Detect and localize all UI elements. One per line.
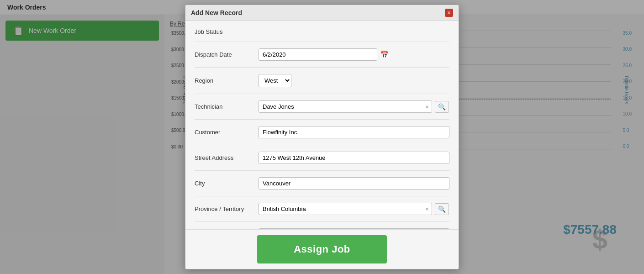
technician-label: Technician — [195, 103, 259, 110]
region-select[interactable]: West East North South — [259, 74, 291, 87]
customer-input[interactable] — [259, 126, 449, 138]
customer-row: Customer — [195, 126, 449, 145]
region-row: Region West East North South — [195, 74, 449, 94]
region-label: Region — [195, 77, 259, 84]
province-label: Province / Territory — [195, 206, 259, 212]
modal-title: Add New Record — [191, 9, 242, 16]
modal-body: Job Status Dispatch Date 📅 Region West — [185, 21, 459, 229]
job-status-label: Job Status — [195, 28, 259, 35]
technician-control: × 🔍 — [259, 100, 449, 113]
add-new-record-modal: Add New Record × Job Status Dispatch Dat… — [185, 5, 459, 269]
modal-close-button[interactable]: × — [445, 9, 453, 17]
city-control — [259, 177, 449, 190]
city-label: City — [195, 180, 259, 187]
calendar-icon[interactable]: 📅 — [380, 50, 389, 59]
customer-control — [259, 126, 449, 138]
city-input[interactable] — [259, 177, 449, 190]
province-clear-button[interactable]: × — [422, 205, 432, 214]
province-row: Province / Territory × 🔍 — [195, 203, 449, 222]
province-input-wrapper: × — [259, 203, 432, 215]
modal-overlay: Add New Record × Job Status Dispatch Dat… — [0, 0, 644, 274]
region-control: West East North South — [259, 74, 449, 87]
modal-footer: Assign Job — [185, 229, 459, 269]
province-search-button[interactable]: 🔍 — [435, 203, 449, 215]
technician-search-button[interactable]: 🔍 — [435, 101, 449, 113]
street-address-input[interactable] — [259, 152, 449, 164]
customer-label: Customer — [195, 129, 259, 136]
province-input[interactable] — [259, 203, 422, 215]
street-address-row: Street Address — [195, 152, 449, 171]
city-row: City — [195, 177, 449, 196]
dispatch-date-input[interactable] — [259, 48, 377, 61]
technician-row: Technician × 🔍 — [195, 100, 449, 120]
technician-input-wrapper: × — [259, 100, 432, 113]
technician-input[interactable] — [259, 101, 422, 112]
job-status-row: Job Status — [195, 28, 449, 42]
dispatch-date-label: Dispatch Date — [195, 51, 259, 58]
street-address-control — [259, 152, 449, 164]
assign-job-button[interactable]: Assign Job — [257, 235, 387, 263]
modal-header: Add New Record × — [185, 5, 459, 21]
street-address-label: Street Address — [195, 154, 259, 161]
technician-clear-button[interactable]: × — [422, 102, 432, 111]
dispatch-date-control: 📅 — [259, 48, 449, 61]
province-control: × 🔍 — [259, 203, 449, 215]
dispatch-date-row: Dispatch Date 📅 — [195, 48, 449, 68]
